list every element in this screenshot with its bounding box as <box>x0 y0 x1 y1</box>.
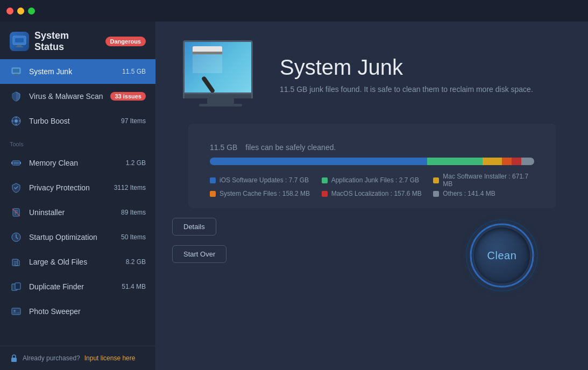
svg-point-9 <box>15 119 18 123</box>
pb-ios <box>210 158 427 165</box>
virus-scan-icon <box>10 90 23 103</box>
close-button[interactable] <box>6 8 13 15</box>
files-icon <box>10 255 23 268</box>
hero-title: System Junk <box>280 55 566 80</box>
nav-item-startup-optimization[interactable]: Startup Optimization 50 Items <box>0 225 155 250</box>
turbo-boost-icon <box>10 115 23 127</box>
svg-rect-30 <box>12 308 20 315</box>
nav-badge: 50 Items <box>121 233 146 241</box>
nav-badge: 11.5 GB <box>122 68 146 75</box>
svg-rect-2 <box>17 45 22 46</box>
sidebar-item-label: Privacy Protection <box>29 183 108 192</box>
start-over-button[interactable]: Start Over <box>172 245 226 263</box>
svg-rect-33 <box>201 76 216 92</box>
svg-rect-17 <box>20 162 21 164</box>
details-button[interactable]: Details <box>172 218 216 236</box>
sidebar: System Status Dangerous System Junk 11.5… <box>0 22 156 370</box>
titlebar <box>0 0 588 22</box>
monitor-stand <box>207 98 234 104</box>
pb-mac-installer <box>483 158 502 165</box>
footer-text: Already purchased? <box>23 354 80 362</box>
nav-badge: 3112 Items <box>114 184 146 191</box>
sidebar-item-label: System Junk <box>29 67 116 76</box>
legend-dot-mac-installer <box>433 177 439 183</box>
legend-dot-app-junk <box>322 177 328 183</box>
tools-section-label: Tools <box>0 133 155 151</box>
nav-item-virus-malware[interactable]: Virus & Malware Scan 33 issues <box>0 84 155 109</box>
nav-badge: 97 Items <box>121 117 146 125</box>
action-section: Details Start Over Clean <box>156 208 588 298</box>
maximize-button[interactable] <box>28 8 35 15</box>
svg-rect-24 <box>12 259 18 266</box>
sidebar-footer: Already purchased? Input license here <box>0 346 155 370</box>
sidebar-item-label: Duplicate Finder <box>29 282 115 291</box>
sidebar-item-label: Startup Optimization <box>29 233 115 241</box>
license-link[interactable]: Input license here <box>84 354 136 362</box>
sidebar-item-label: Memory Clean <box>29 159 119 167</box>
memory-clean-icon <box>10 156 23 169</box>
legend-grid: iOS Software Updates : 7.7 GB Applicatio… <box>210 173 534 197</box>
svg-rect-29 <box>15 283 20 289</box>
stats-wrapper: 11.5 GB files can be safely cleaned. iOS… <box>156 124 588 208</box>
svg-rect-3 <box>16 46 23 47</box>
pb-localization <box>512 158 521 165</box>
status-badge: Dangerous <box>105 37 146 46</box>
nav-item-uninstaller[interactable]: Uninstaller 89 Items <box>0 200 155 225</box>
legend-item-cache: System Cache Files : 158.2 MB <box>210 190 311 197</box>
svg-rect-15 <box>13 162 19 164</box>
legend-dot-others <box>433 191 439 197</box>
uninstaller-icon <box>10 206 23 219</box>
nav-badge: 51.4 MB <box>122 283 146 290</box>
svg-rect-26 <box>14 263 17 264</box>
nav-item-memory-clean[interactable]: Memory Clean 1.2 GB <box>0 151 155 175</box>
legend-item-others: Others : 141.4 MB <box>433 190 534 197</box>
app-body: System Status Dangerous System Junk 11.5… <box>0 22 588 370</box>
svg-rect-25 <box>14 261 17 262</box>
stats-section: 11.5 GB files can be safely cleaned. iOS… <box>188 124 556 208</box>
stats-size: 11.5 GB files can be safely cleaned. <box>210 134 534 154</box>
pb-others <box>521 158 534 165</box>
hero-image <box>178 38 264 113</box>
svg-rect-7 <box>13 75 19 76</box>
main-content: System Junk 11.5 GB junk files found. It… <box>156 22 588 370</box>
lock-icon <box>10 354 18 362</box>
monitor-base <box>199 104 242 106</box>
app-logo <box>10 32 29 51</box>
legend-item-ios: iOS Software Updates : 7.7 GB <box>210 173 311 188</box>
monitor-screen <box>183 40 253 94</box>
pb-cache <box>502 158 512 165</box>
svg-rect-27 <box>14 264 16 265</box>
sidebar-item-label: Uninstaller <box>29 208 115 217</box>
svg-rect-32 <box>11 358 17 362</box>
legend-dot-cache <box>210 191 216 197</box>
nav-item-system-junk[interactable]: System Junk 11.5 GB <box>0 59 155 84</box>
duplicate-icon <box>10 280 23 293</box>
clean-button-outer-ring: Clean <box>464 218 540 293</box>
pb-app-junk <box>427 158 483 165</box>
monitor-bezel <box>183 94 253 98</box>
system-junk-icon <box>10 65 23 78</box>
nav-item-large-old-files[interactable]: Large & Old Files 8.2 GB <box>0 250 155 274</box>
clean-button-wrapper: Clean <box>464 218 540 293</box>
photo-icon <box>10 305 23 318</box>
sidebar-item-label: Turbo Boost <box>29 117 115 125</box>
svg-rect-36 <box>193 46 222 73</box>
hero-subtitle: 11.5 GB junk files found. It is safe to … <box>280 84 566 95</box>
nav-item-duplicate-finder[interactable]: Duplicate Finder 51.4 MB <box>0 274 155 299</box>
nav-badge: 8.2 GB <box>126 258 146 266</box>
clean-button[interactable]: Clean <box>474 227 530 283</box>
progress-bar <box>210 158 534 165</box>
nav-badge: 1.2 GB <box>126 159 146 167</box>
nav-item-photo-sweeper[interactable]: Photo Sweeper <box>0 299 155 324</box>
sidebar-item-label: Virus & Malware Scan <box>29 92 104 101</box>
privacy-icon <box>10 181 23 194</box>
nav-item-turbo-boost[interactable]: Turbo Boost 97 Items <box>0 109 155 133</box>
sidebar-header: System Status Dangerous <box>0 22 155 59</box>
left-actions: Details Start Over <box>172 218 226 263</box>
svg-rect-6 <box>15 74 18 75</box>
minimize-button[interactable] <box>17 8 24 15</box>
svg-rect-16 <box>11 162 12 164</box>
monitor-graphic <box>183 40 258 110</box>
sidebar-item-label: Photo Sweeper <box>29 307 139 316</box>
nav-item-privacy-protection[interactable]: Privacy Protection 3112 Items <box>0 175 155 200</box>
